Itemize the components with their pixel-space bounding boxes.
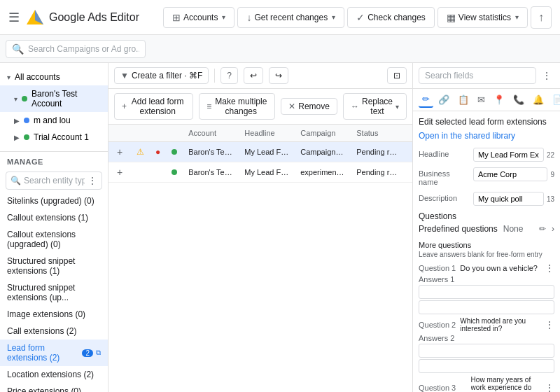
status-dot-0: [172, 149, 177, 155]
view-statistics-button[interactable]: ▦ View statistics ▾: [438, 7, 528, 28]
answer-1-input-1[interactable]: [419, 285, 554, 299]
question-3-text: How many years of work experience do you…: [471, 376, 534, 392]
question-2-label: Question 2: [419, 321, 456, 329]
rp-toolbar: ✏ 🔗 📋 ✉ 📍 📞 🔔 📄: [413, 89, 560, 111]
logo-svg: [25, 8, 45, 27]
entity-search-input[interactable]: [24, 176, 85, 186]
entity-item-1[interactable]: Callout extensions (1): [0, 209, 108, 226]
business-name-cell-0: Acme Corp: [407, 142, 412, 162]
entity-item-8[interactable]: Location extensions (2): [0, 366, 108, 383]
table-row[interactable]: + Baron's Test A... My Lead Form ... exp…: [108, 162, 412, 183]
col-headline[interactable]: Headline: [239, 125, 295, 142]
answer-2-input-2[interactable]: [419, 359, 554, 373]
hamburger-icon[interactable]: ☰: [8, 10, 20, 25]
entity-item-9[interactable]: Price extensions (0): [0, 383, 108, 392]
open-library-link[interactable]: Open in the shared library: [419, 131, 554, 141]
entity-search-more-icon[interactable]: ⋮: [88, 175, 97, 186]
search-campaigns-input[interactable]: [28, 44, 139, 54]
sidebar-trial-account[interactable]: ▶ Trial Account 1: [0, 129, 108, 146]
barons-expand-icon: ▾: [14, 95, 18, 103]
answer-1-input-2[interactable]: [419, 300, 554, 314]
collapse-button[interactable]: ⊡: [387, 67, 407, 84]
col-add-cell: +: [108, 162, 131, 183]
rp-email-tool[interactable]: ✉: [474, 92, 489, 107]
sidebar-all-accounts[interactable]: ▾ All accounts: [0, 69, 108, 85]
remove-button[interactable]: ✕ Remove: [281, 98, 337, 115]
m-and-lou-expand-icon: ▶: [14, 117, 20, 125]
rp-bell-tool[interactable]: 🔔: [529, 92, 547, 107]
barons-label: Baron's Test Account: [31, 89, 101, 108]
search-bar-row: 🔍: [0, 35, 560, 63]
entity-item-4[interactable]: Structured snippet extensions (up...: [0, 279, 108, 306]
sidebar-barons-account[interactable]: ▾ Baron's Test Account: [0, 85, 108, 112]
entity-item-7[interactable]: Lead form extensions (2) 2 ⧉: [0, 340, 108, 366]
sidebar-accounts: ▾ All accounts ▾ Baron's Test Account ▶ …: [0, 63, 108, 152]
check-changes-button[interactable]: ✓ Check changes: [347, 7, 435, 28]
undo-icon: ↩: [250, 71, 257, 80]
table-header-row: Account Headline Campaign Status Busines…: [108, 125, 412, 142]
replace-text-button[interactable]: ↔ Replace text ▾: [343, 93, 407, 120]
campaigns-search-container: 🔍: [6, 40, 146, 58]
rp-copy-tool[interactable]: 📋: [454, 92, 472, 107]
account-cell-1: Baron's Test A...: [183, 162, 239, 183]
question-1-more-button[interactable]: ⋮: [545, 262, 554, 274]
predefined-edit-button[interactable]: ✏: [539, 224, 546, 234]
rp-location-tool[interactable]: 📍: [490, 92, 508, 107]
predefined-right-arrow[interactable]: ›: [552, 224, 554, 234]
headline-cell-1: My Lead Form ...: [239, 162, 295, 183]
table-row[interactable]: + ⚠ ● Baron's Test A... My Lead Form ...…: [108, 142, 412, 162]
col-account[interactable]: Account: [183, 125, 239, 142]
rp-link-tool[interactable]: 🔗: [435, 92, 453, 107]
entity-item-2[interactable]: Callout extensions (upgraded) (0): [0, 226, 108, 253]
entity-item-5[interactable]: Image extensions (0): [0, 306, 108, 323]
search-fields-input[interactable]: [419, 67, 536, 84]
rp-edit-tool[interactable]: ✏: [419, 92, 433, 108]
business-name-input[interactable]: [473, 167, 547, 181]
accounts-button[interactable]: ⊞ Accounts ▾: [163, 7, 234, 28]
rp-phone-tool[interactable]: 📞: [510, 92, 528, 107]
add-lead-form-button[interactable]: + Add lead form extension: [114, 93, 193, 120]
search-fields-more-button[interactable]: ⋮: [539, 67, 554, 84]
top-bar-left: ☰ Google Ads Editor: [8, 8, 139, 27]
create-filter-button[interactable]: ▼ Create a filter · ⌘F: [114, 67, 209, 84]
top-bar: ☰ Google Ads Editor ⊞ Accounts ▾ ↓ Get r…: [0, 0, 560, 35]
get-recent-changes-button[interactable]: ↓ Get recent changes ▾: [237, 7, 344, 28]
accounts-label: Accounts: [183, 13, 218, 22]
question-1-row: Question 1 Do you own a vehicle? ⋮: [419, 262, 554, 274]
all-accounts-label: All accounts: [15, 72, 60, 82]
make-multiple-changes-button[interactable]: ≡ Make multiple changes: [199, 93, 275, 120]
sidebar-m-and-lou[interactable]: ▶ m and lou: [0, 112, 108, 129]
answer-1-inputs: [419, 285, 554, 314]
entity-item-6[interactable]: Call extensions (2): [0, 323, 108, 340]
col-status[interactable]: Status: [351, 125, 407, 142]
undo-button[interactable]: ↩: [244, 67, 263, 84]
col-status-dot: [166, 125, 183, 142]
view-statistics-label: View statistics: [458, 13, 511, 22]
col-campaign[interactable]: Campaign: [295, 125, 351, 142]
question-2-more-button[interactable]: ⋮: [545, 319, 554, 330]
expand-panel-button[interactable]: ⤢: [557, 67, 560, 84]
rp-section-title: Edit selected lead form extensions: [419, 117, 554, 127]
help-button[interactable]: ?: [220, 67, 238, 84]
m-and-lou-label: m and lou: [34, 115, 71, 125]
accounts-caret: ▾: [222, 13, 225, 21]
manage-label: MANAGE: [0, 152, 108, 169]
error-icon: ●: [155, 147, 160, 157]
add-row-button-1[interactable]: +: [114, 167, 125, 178]
entity-item-0[interactable]: Sitelinks (upgraded) (0): [0, 192, 108, 209]
more-questions-label: More questions: [419, 241, 554, 249]
right-panel: ⋮ ⤢ ✏ 🔗 📋 ✉ 📍 📞 🔔 📄 Edit selected lead f…: [413, 63, 560, 392]
add-row-button-0[interactable]: +: [114, 146, 125, 158]
check-changes-label: Check changes: [368, 13, 426, 22]
headline-input[interactable]: [473, 148, 544, 162]
answer-2-input-1[interactable]: [419, 344, 554, 358]
rp-doc-tool[interactable]: 📄: [549, 92, 560, 107]
upload-button[interactable]: ↑: [531, 6, 552, 29]
redo-button[interactable]: ↪: [269, 67, 288, 84]
question-3-more-button[interactable]: ⋮: [545, 382, 554, 393]
description-count: 13: [547, 195, 554, 203]
col-business-name[interactable]: Business name: [407, 125, 412, 142]
business-name-label: Business name: [419, 167, 469, 186]
description-input[interactable]: [473, 192, 544, 206]
entity-item-3[interactable]: Structured snippet extensions (1): [0, 253, 108, 279]
